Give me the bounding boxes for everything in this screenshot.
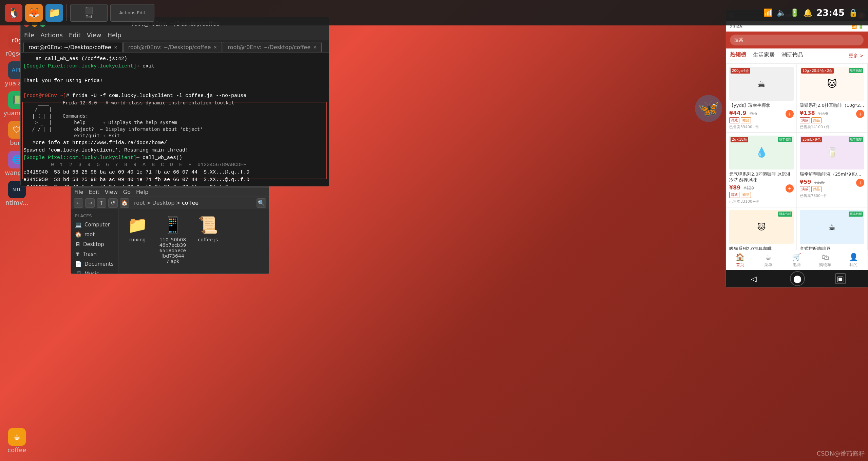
lock-icon[interactable]: 🔒 — [849, 8, 858, 17]
fm-forward-button[interactable]: → — [85, 198, 95, 208]
phone-android-navbar: ◁ ⬤ ▣ — [726, 270, 868, 287]
product-badge-2: 10g×20袋/盒×2盒 — [801, 68, 834, 74]
fm-sidebar-trash[interactable]: 🗑 Trash — [71, 249, 118, 259]
cart-btn-4[interactable]: + — [856, 179, 864, 187]
music-icon: 🎵 — [75, 270, 82, 274]
fm-breadcrumb-coffee[interactable]: coffee — [182, 200, 199, 206]
fm-sidebar-root[interactable]: 🏠 root — [71, 229, 118, 239]
profile-nav-label: 我的 — [849, 262, 857, 268]
product-card-4[interactable]: 🥛 25mL×9包 顺丰包邮 瑞幸鲜萃咖啡液（25ml*9包/... ¥59 ¥… — [797, 133, 867, 207]
taskbar-files-icon[interactable]: 📁 — [45, 4, 63, 22]
fm-up-button[interactable]: ↑ — [97, 198, 106, 208]
bottom-nav-profile[interactable]: 👤 我的 — [839, 253, 868, 268]
product-card-3[interactable]: 💧 2g×18颗 顺丰包邮 元气弹系列2.0即溶咖啡 冰淇淋冷萃 醇厚风味 ¥8… — [727, 133, 796, 207]
taskbar-app1[interactable]: ⬛ Ted — [70, 4, 108, 22]
product-card-5[interactable]: 🐱 顺丰包邮 吸猫系列2.0挂耳咖啡 ¥89 ¥129 + 满减 赠品 — [727, 207, 796, 250]
terminal-menu-view[interactable]: View — [87, 32, 101, 39]
shop-nav-label: 电商 — [793, 262, 801, 268]
fm-search-icon[interactable]: 🔍 — [257, 198, 266, 208]
phone-content: 热销榜 生活家居 潮玩饰品 更多 > ☕ 200g×6盒 【y — [726, 48, 868, 250]
hot-tab-fashion[interactable]: 潮玩饰品 — [781, 52, 803, 60]
tag-manjian-2: 满减 — [800, 117, 810, 123]
sold-count-3: 已售卖33100+件 — [729, 199, 794, 204]
product-price-row-1: ¥44.9 ¥65 + — [729, 110, 794, 116]
product-card-6[interactable]: ☕ 顺丰包邮 意式拼配咖啡豆 ¥-- + — [797, 207, 867, 250]
phone-bottom-nav: 🏠 首页 ☕ 菜单 🛒 电商 🛍 购物车 👤 我的 — [726, 250, 868, 270]
fm-back-button[interactable]: ← — [74, 198, 83, 208]
folder-ruixing-icon: 📁 — [127, 215, 148, 235]
fm-menu-go[interactable]: Go — [123, 189, 131, 195]
fm-sidebar-desktop[interactable]: 🖥 Desktop — [71, 239, 118, 249]
terminal-tab-2[interactable]: root@r0Env: ~/Desktop/coffee ✕ — [123, 42, 222, 52]
bottom-nav-home[interactable]: 🏠 首页 — [726, 253, 754, 268]
fm-breadcrumb-sep2: > — [176, 200, 180, 206]
terminal-tab-1[interactable]: root@r0Env: ~/Desktop/coffee ✕ — [23, 42, 122, 52]
taskbar-app2[interactable]: Actions Edit — [110, 4, 154, 22]
taskbar-firefox-icon[interactable]: 🦊 — [25, 4, 43, 22]
apk-file-icon: 📱 — [163, 215, 183, 235]
home-nav-label: 首页 — [736, 262, 744, 268]
express-badge-6: 顺丰包邮 — [849, 212, 863, 217]
fm-sidebar-desktop-label: Desktop — [83, 241, 104, 247]
fm-breadcrumb-root[interactable]: root — [134, 200, 145, 206]
hot-tab-more[interactable]: 更多 > — [849, 53, 864, 59]
terminal-tab-3[interactable]: root@r0Env: ~/Desktop/coffee ✕ — [223, 42, 322, 52]
terminal-content[interactable]: at call_wb_aes (/coffee.js:42) [Google P… — [21, 53, 329, 186]
bottom-nav-menu[interactable]: ☕ 菜单 — [754, 253, 783, 268]
fm-menu-view[interactable]: View — [105, 189, 118, 195]
term-hex-2: e3415950 53 bd 58 25 98 ba ac 09 40 1e 7… — [23, 176, 326, 184]
terminal-tab-3-close[interactable]: ✕ — [313, 45, 317, 50]
fm-sidebar-music[interactable]: 🎵 Music — [71, 269, 118, 274]
fm-file-ruixing[interactable]: 📁 ruixing — [124, 215, 151, 242]
product-img-5: 🐱 顺丰包邮 — [729, 210, 794, 244]
fm-file-coffeejs[interactable]: 📜 coffee.js — [194, 215, 222, 242]
fm-menu-file[interactable]: File — [74, 189, 83, 195]
hot-tab-home[interactable]: 生活家居 — [753, 52, 775, 60]
android-home-btn[interactable]: ⬤ — [790, 271, 805, 286]
terminal-menu-edit[interactable]: Edit — [69, 32, 81, 39]
product-img-6: ☕ 顺丰包邮 — [800, 210, 864, 244]
fm-home-button[interactable]: 🏠 — [120, 198, 129, 208]
fm-sidebar-computer[interactable]: 💻 Computer — [71, 220, 118, 229]
cart-btn-1[interactable]: + — [786, 110, 794, 118]
bottom-nav-shop[interactable]: 🛒 电商 — [782, 253, 811, 268]
product-price-row-3: ¥89 ¥129 + — [729, 184, 794, 191]
terminal-menubar: File Actions Edit View Help — [21, 30, 329, 40]
android-recent-btn[interactable]: ▣ — [835, 273, 846, 284]
filemanager-toolbar: ← → ↑ ↺ 🏠 root > Desktop > coffee 🔍 — [71, 197, 269, 209]
product-card-2[interactable]: 🐱 10g×20袋/盒×2盒 顺丰包邮 吸猫系列2.0挂耳咖啡（10g*2...… — [797, 64, 867, 132]
terminal-tab-2-close[interactable]: ✕ — [213, 45, 217, 50]
hot-tab-sales[interactable]: 热销榜 — [730, 51, 746, 60]
product-img-3: 💧 2g×18颗 顺丰包邮 — [729, 136, 794, 169]
fm-search-btn[interactable]: 🔍 — [257, 198, 266, 208]
tag-zengpin-2: 赠品 — [811, 117, 822, 123]
terminal-menu-file[interactable]: File — [24, 32, 34, 39]
terminal-tab-1-close[interactable]: ✕ — [114, 45, 117, 50]
tag-zengpin-4: 赠品 — [811, 186, 822, 192]
fm-breadcrumb-desktop[interactable]: Desktop — [152, 200, 174, 206]
terminal-menu-help[interactable]: Help — [107, 32, 121, 39]
android-back-btn[interactable]: ◁ — [748, 273, 760, 285]
fm-file-apk[interactable]: 📱 110_50b0846b7ecb396518d5ecefbd736447.a… — [159, 215, 186, 264]
product-tags-1: 满减 赠品 — [729, 117, 786, 123]
fm-sidebar-documents[interactable]: 📄 Documents — [71, 259, 118, 269]
fm-reload-button[interactable]: ↺ — [108, 198, 118, 208]
product-card-1[interactable]: ☕ 200g×6盒 【yyds】瑞幸生椰拿 ¥44.9 ¥65 + 满减 赠品 … — [727, 64, 796, 132]
term-line-2: [Google Pixel::com.lucky.luckyclient]→ e… — [23, 63, 326, 70]
terminal-menu-actions[interactable]: Actions — [40, 32, 63, 39]
phone-search-bar[interactable]: 搜索... — [730, 35, 864, 45]
cart-btn-2[interactable]: + — [856, 110, 864, 118]
fm-content-area: 📁 ruixing 📱 110_50b0846b7ecb396518d5ecef… — [118, 209, 269, 274]
tag-zengpin-1: 赠品 — [741, 117, 751, 123]
fm-menu-help[interactable]: Help — [136, 189, 148, 195]
taskbar-ubuntu-icon[interactable]: 🐧 — [5, 4, 22, 22]
product-price-3: ¥89 — [729, 184, 740, 191]
dock-item-coffee[interactable]: ☕ coffee — [3, 427, 31, 454]
express-badge-2: 顺丰包邮 — [849, 68, 863, 73]
fm-file-coffeejs-label: coffee.js — [198, 237, 218, 242]
phone-top-nav: 搜索... — [726, 32, 868, 48]
cart-btn-3[interactable]: + — [786, 184, 794, 193]
fm-menu-edit[interactable]: Edit — [89, 189, 99, 195]
bottom-nav-cart[interactable]: 🛍 购物车 — [811, 253, 839, 268]
express-badge-5: 顺丰包邮 — [778, 212, 792, 217]
